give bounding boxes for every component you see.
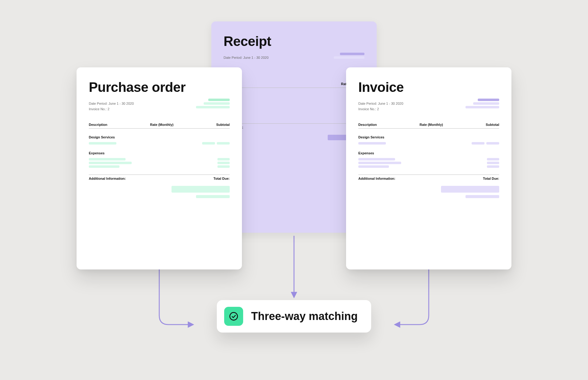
po-footer: Additional Information: Total Due: [89,175,230,180]
result-label: Three-way matching [251,310,358,323]
po-section-expenses: Expenses [89,151,230,155]
po-section-design: Design Services [89,135,230,139]
invoice-table-header: Description Rate (Monthly) Subtotal [358,123,499,129]
receipt-row [224,109,364,111]
po-row [89,165,230,168]
receipt-section [224,95,364,98]
receipt-title: Receipt [224,34,364,49]
diagram-canvas: Receipt Date Period: June 1 - 30 2020 Ra… [0,0,588,380]
po-row [89,142,230,145]
receipt-table-header: Rate (Monthly) [224,82,364,88]
invoice-section-design: Design Services [358,135,499,139]
invoice-col-subtotal: Subtotal [486,123,499,126]
svg-point-0 [230,313,237,320]
invoice-total-placeholder [358,186,499,198]
po-row [89,162,230,164]
invoice-section-expenses: Expenses [358,151,499,155]
invoice-row [358,142,499,145]
invoice-title: Invoice [358,80,499,95]
invoice-footer-right: Total Due: [483,177,499,180]
invoice-footer-left: Additional Information: [358,177,395,180]
invoice-row [358,162,499,164]
po-col-subtotal: Subtotal [216,123,230,126]
receipt-row [224,101,364,104]
check-icon [224,307,243,326]
po-row [89,158,230,160]
purchase-order-card: Purchase order Date Period: June 1 - 30 … [77,67,242,269]
receipt-row [224,105,364,107]
receipt-header-placeholder [334,53,364,59]
po-header-placeholder [196,99,230,108]
po-footer-left: Additional Information: [89,177,126,180]
po-table-header: Description Rate (Monthly) Subtotal [89,123,230,129]
receipt-total-placeholder [224,135,364,140]
invoice-row [358,165,499,168]
invoice-col-rate: Rate (Monthly) [420,123,443,126]
receipt-footer: Information: [224,123,364,129]
invoice-footer: Additional Information: Total Due: [358,175,499,180]
invoice-col-description: Description [358,123,377,126]
po-col-rate: Rate (Monthly) [150,123,173,126]
result-box: Three-way matching [217,300,371,333]
invoice-header-placeholder [466,99,499,108]
purchase-order-title: Purchase order [89,80,230,95]
po-col-description: Description [89,123,107,126]
invoice-row [358,158,499,160]
po-total-placeholder [89,186,230,198]
po-footer-right: Total Due: [213,177,230,180]
invoice-card: Invoice Date Period: June 1 - 30 2020 In… [346,67,511,269]
